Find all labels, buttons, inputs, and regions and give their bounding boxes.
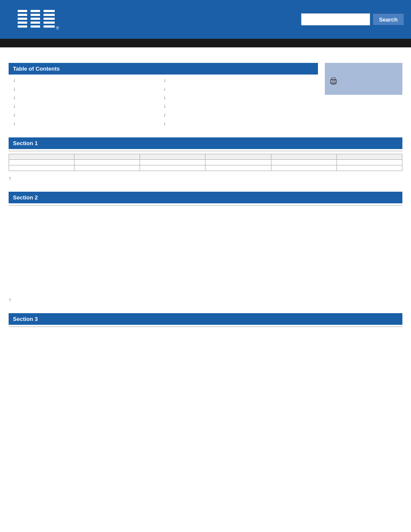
toc-section: Table of Contents (9, 63, 402, 129)
svg-rect-3 (18, 22, 27, 24)
toc-item[interactable] (163, 85, 314, 93)
section3-text-6 (9, 383, 402, 392)
toc-main: Table of Contents (9, 63, 318, 129)
section3-text-8 (9, 405, 402, 414)
svg-rect-0 (18, 10, 27, 12)
svg-rect-4 (18, 25, 27, 28)
section2-text-6 (9, 262, 402, 271)
nav-bar (0, 39, 411, 47)
section2-text-5 (9, 252, 402, 260)
table-row (9, 160, 402, 165)
table-cell (336, 165, 402, 171)
toc-item[interactable] (163, 102, 314, 110)
svg-rect-17 (332, 82, 335, 84)
svg-rect-13 (44, 22, 55, 24)
section2-text-2 (9, 219, 402, 227)
table-header-cell (271, 154, 336, 160)
svg-rect-6 (31, 14, 40, 16)
svg-rect-9 (31, 25, 40, 28)
table-header-cell (9, 154, 75, 160)
toc-item[interactable] (163, 76, 314, 84)
toc-item[interactable] (13, 93, 163, 101)
section2-text-1 (9, 208, 402, 216)
section2-divider (9, 205, 402, 205)
svg-rect-7 (31, 18, 40, 20)
section2-text-7 (9, 273, 402, 281)
page-header: ® Search (0, 0, 411, 39)
toc-item[interactable] (163, 111, 314, 118)
section2-text-4 (9, 241, 402, 249)
table-cell (9, 160, 75, 165)
svg-rect-14 (44, 25, 55, 28)
svg-rect-1 (18, 14, 27, 16)
section3-text-3 (9, 351, 402, 359)
table-header-cell (140, 154, 206, 160)
data-table (9, 154, 402, 171)
table-cell (271, 160, 336, 165)
svg-rect-12 (44, 18, 55, 20)
section2: Section 2 (9, 192, 402, 305)
ibm-logo-svg: ® (16, 6, 76, 32)
section1-header: Section 1 (9, 137, 402, 149)
svg-text:®: ® (56, 26, 59, 31)
table-row (9, 165, 402, 171)
section2-text-8 (9, 284, 402, 292)
table-cell (9, 165, 75, 171)
table-cell (140, 160, 206, 165)
svg-point-19 (335, 81, 336, 81)
toc-item[interactable] (13, 85, 163, 93)
table-cell (75, 165, 140, 171)
toc-sidebar (325, 63, 402, 129)
section3-text-1 (9, 330, 402, 338)
table-cell (75, 160, 140, 165)
toc-item[interactable] (13, 76, 163, 84)
table-header-cell (75, 154, 140, 160)
svg-rect-8 (31, 22, 40, 24)
search-button[interactable]: Search (373, 13, 404, 25)
section1: Section 1 (9, 137, 402, 183)
svg-rect-18 (332, 78, 335, 81)
back-to-top-link-2[interactable] (9, 295, 402, 305)
toc-item[interactable] (13, 111, 163, 118)
section3-text-7 (9, 395, 402, 403)
toc-header: Table of Contents (9, 63, 318, 75)
section1-divider (9, 151, 402, 151)
sidebar-box (325, 73, 402, 95)
toc-grid (9, 75, 318, 129)
svg-rect-11 (44, 14, 55, 16)
section3-text-2 (9, 340, 402, 348)
search-area: Search (301, 13, 404, 25)
toc-item[interactable] (163, 119, 314, 127)
table-header-cell (206, 154, 271, 160)
section3: Section 3 (9, 313, 402, 414)
print-button[interactable] (327, 75, 400, 87)
main-content: Table of Contents (0, 47, 411, 425)
search-input[interactable] (301, 13, 370, 25)
toc-item[interactable] (13, 102, 163, 110)
sidebar-header (325, 63, 402, 73)
table-cell (336, 160, 402, 165)
section3-text-4 (9, 362, 402, 370)
table-header-cell (336, 154, 402, 160)
section2-text-3 (9, 230, 402, 238)
section3-header: Section 3 (9, 313, 402, 325)
toc-item[interactable] (163, 93, 314, 101)
table-cell (206, 160, 271, 165)
back-to-top-link[interactable] (9, 174, 402, 183)
svg-rect-5 (31, 10, 40, 12)
table-header-row (9, 154, 402, 160)
section2-header: Section 2 (9, 192, 402, 203)
svg-rect-2 (18, 18, 27, 20)
printer-icon (329, 77, 338, 85)
section3-divider (9, 327, 402, 327)
table-cell (206, 165, 271, 171)
section3-text-5 (9, 373, 402, 381)
svg-rect-10 (44, 10, 55, 12)
table-cell (271, 165, 336, 171)
toc-item[interactable] (13, 119, 163, 127)
table-cell (140, 165, 206, 171)
ibm-logo-container: ® (7, 4, 84, 34)
